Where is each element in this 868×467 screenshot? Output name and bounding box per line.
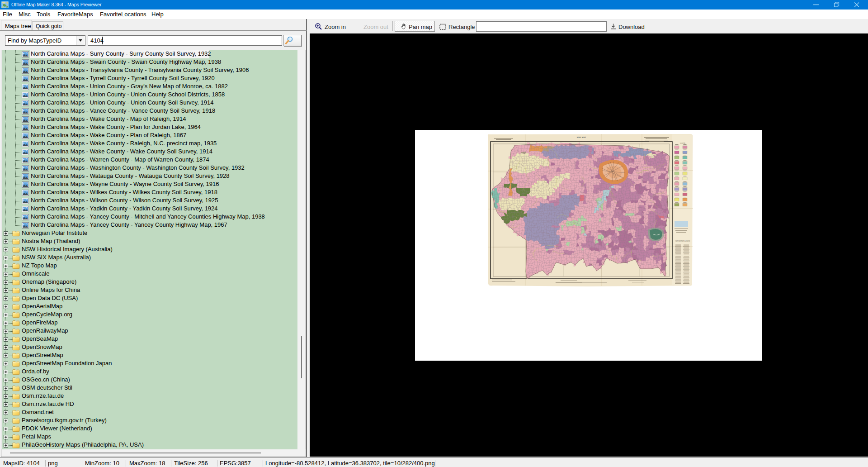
svg-text:NORTH CAROLINA: NORTH CAROLINA [576, 141, 587, 142]
svg-text:LEGEND: LEGEND [680, 143, 686, 144]
svg-text:CONVENTIONAL SIGNS: CONVENTIONAL SIGNS [675, 240, 690, 242]
svg-text:SOIL MAP: SOIL MAP [577, 136, 586, 138]
